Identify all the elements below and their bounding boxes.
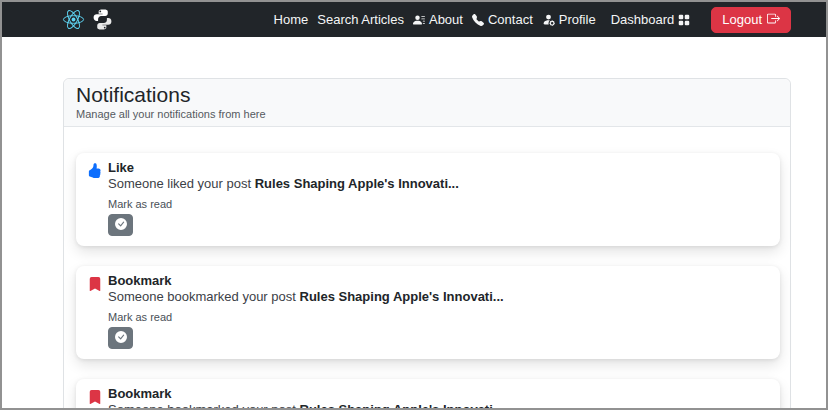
logout-button[interactable]: Logout [711,7,791,33]
python-logo-icon[interactable] [91,8,114,31]
thumbs-up-icon [87,163,102,178]
notification-message: Someone bookmarked your post Rules Shapi… [108,403,768,410]
navbar: Home Search Articles About Contact Profi… [2,2,826,37]
browser-viewport: Home Search Articles About Contact Profi… [0,0,828,410]
box-arrow-right-icon [767,12,780,28]
notification-content: Like Someone liked your post Rules Shapi… [108,161,768,236]
grid-icon [678,14,690,26]
notification-list: Like Someone liked your post Rules Shapi… [64,127,790,410]
nav-link-dashboard[interactable]: Dashboard [611,12,691,27]
message-prefix: Someone bookmarked your post [108,289,300,304]
notification-card: Like Someone liked your post Rules Shapi… [76,153,780,246]
mark-as-read-button[interactable] [108,214,133,236]
mark-as-read-label: Mark as read [108,199,768,210]
bookmark-icon [87,389,102,404]
panel-header: Notifications Manage all your notificati… [64,79,790,127]
message-prefix: Someone bookmarked your post [108,402,300,410]
post-title-link[interactable]: Rules Shaping Apple's Innovati... [300,289,504,304]
post-title-link[interactable]: Rules Shaping Apple's Innovati... [255,176,459,191]
check-circle-icon [115,218,127,233]
mark-as-read-button[interactable] [108,327,133,349]
check-circle-icon [115,331,127,346]
notification-message: Someone liked your post Rules Shaping Ap… [108,177,768,191]
notification-type: Bookmark [108,387,768,401]
person-gear-icon [542,13,555,26]
nav-link-contact[interactable]: Contact [472,12,533,27]
telephone-icon [472,14,484,26]
nav-links: Home Search Articles About Contact Profi… [274,7,791,33]
notification-type: Like [108,161,768,175]
mark-as-read-label: Mark as read [108,312,768,323]
page-subtitle: Manage all your notifications from here [76,108,778,120]
nav-link-search-articles[interactable]: Search Articles [317,12,404,27]
navbar-brand [62,8,114,31]
person-lines-icon [413,14,425,26]
page-title: Notifications [76,83,778,107]
post-title-link[interactable]: Rules Shaping Apple's Innovati... [300,402,504,410]
notifications-panel: Notifications Manage all your notificati… [63,78,791,410]
nav-link-about[interactable]: About [413,12,463,27]
notification-content: Bookmark Someone bookmarked your post Ru… [108,387,768,410]
notification-card: Bookmark Someone bookmarked your post Ru… [76,266,780,359]
bookmark-icon [87,276,102,291]
notification-content: Bookmark Someone bookmarked your post Ru… [108,274,768,349]
nav-link-home[interactable]: Home [274,12,309,27]
notification-card: Bookmark Someone bookmarked your post Ru… [76,379,780,410]
notification-message: Someone bookmarked your post Rules Shapi… [108,290,768,304]
nav-link-profile[interactable]: Profile [542,12,596,27]
notification-type: Bookmark [108,274,768,288]
react-logo-icon[interactable] [62,8,85,31]
message-prefix: Someone liked your post [108,176,255,191]
